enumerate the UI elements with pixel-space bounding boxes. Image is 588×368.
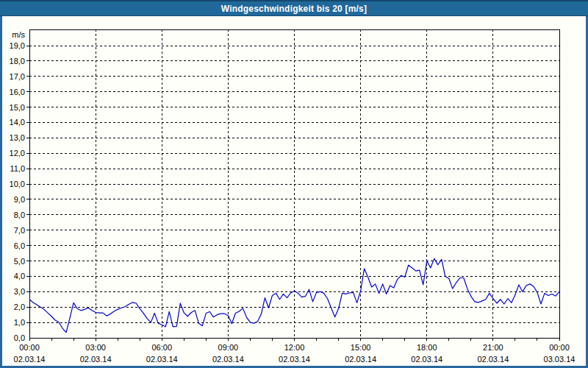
x-tick-time: 18:00 [417, 343, 437, 352]
x-tick-date: 02.03.14 [411, 355, 442, 364]
svg-text:14,0: 14,0 [10, 118, 25, 127]
x-tick-time: 09:00 [218, 343, 239, 352]
x-tick-time: 12:00 [284, 343, 305, 352]
svg-text:17,0: 17,0 [10, 72, 25, 81]
svg-text:2,0: 2,0 [14, 302, 25, 311]
svg-text:16,0: 16,0 [10, 88, 25, 96]
x-tick-time: 06:00 [151, 343, 172, 352]
y-axis-labels: 1,02,03,04,05,06,07,08,09,010,011,012,01… [10, 30, 26, 342]
wind-speed-line-chart: 1,02,03,04,05,06,07,08,09,010,011,012,01… [0, 0, 588, 368]
x-tick-time: 00:00 [549, 343, 570, 352]
x-tick-date: 02.03.14 [14, 355, 46, 364]
svg-text:19,0: 19,0 [10, 41, 25, 50]
wind-chart-window: Windgeschwindigkeit bis 20 [m/s] 1,02,03… [0, 0, 588, 368]
y-axis-unit-label: m/s [12, 30, 25, 39]
x-tick-time: 15:00 [351, 343, 371, 352]
x-axis-ticks [29, 338, 559, 341]
x-tick-date: 02.03.14 [146, 355, 178, 364]
svg-text:12,0: 12,0 [10, 149, 25, 158]
x-tick-time: 03:00 [85, 343, 106, 352]
svg-text:5,0: 5,0 [14, 257, 25, 266]
svg-text:1,0: 1,0 [14, 318, 25, 327]
svg-text:9,0: 9,0 [14, 195, 25, 204]
svg-text:8,0: 8,0 [14, 210, 25, 219]
svg-text:13,0: 13,0 [10, 133, 25, 142]
x-axis-labels: 00:0002.03.1403:0002.03.1406:0002.03.140… [14, 343, 576, 364]
titlebar: Windgeschwindigkeit bis 20 [m/s] [0, 0, 588, 16]
x-tick-date: 03.03.14 [544, 355, 576, 364]
x-tick-time: 21:00 [483, 343, 503, 352]
svg-text:0,0: 0,0 [14, 333, 25, 342]
chart-area: 1,02,03,04,05,06,07,08,09,010,011,012,01… [0, 0, 588, 368]
x-tick-date: 02.03.14 [477, 355, 509, 364]
svg-text:15,0: 15,0 [10, 103, 25, 112]
svg-text:18,0: 18,0 [10, 57, 25, 66]
chart-title: Windgeschwindigkeit bis 20 [m/s] [221, 4, 367, 14]
x-tick-date: 02.03.14 [279, 355, 310, 364]
svg-text:7,0: 7,0 [14, 226, 25, 235]
svg-text:10,0: 10,0 [10, 180, 25, 188]
x-tick-date: 02.03.14 [345, 355, 376, 364]
svg-text:3,0: 3,0 [14, 287, 25, 296]
x-tick-time: 00:00 [19, 343, 40, 352]
svg-text:4,0: 4,0 [14, 272, 25, 280]
x-tick-date: 02.03.14 [80, 355, 112, 364]
x-tick-date: 02.03.14 [212, 355, 244, 364]
svg-text:6,0: 6,0 [14, 241, 25, 250]
svg-text:11,0: 11,0 [10, 164, 25, 173]
